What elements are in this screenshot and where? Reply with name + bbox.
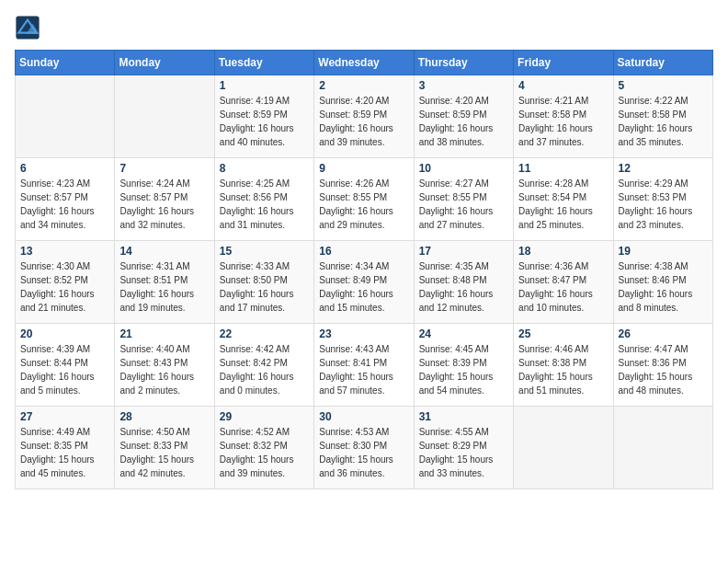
calendar-cell: 2Sunrise: 4:20 AM Sunset: 8:59 PM Daylig… — [314, 75, 414, 158]
day-detail: Sunrise: 4:47 AM Sunset: 8:36 PM Dayligh… — [619, 342, 708, 397]
weekday-header-saturday: Saturday — [613, 51, 712, 75]
calendar-cell: 31Sunrise: 4:55 AM Sunset: 8:29 PM Dayli… — [414, 407, 513, 489]
day-number: 30 — [319, 410, 408, 423]
day-detail: Sunrise: 4:22 AM Sunset: 8:58 PM Dayligh… — [619, 94, 708, 149]
day-detail: Sunrise: 4:30 AM Sunset: 8:52 PM Dayligh… — [20, 259, 109, 315]
calendar-cell: 12Sunrise: 4:29 AM Sunset: 8:53 PM Dayli… — [613, 158, 712, 241]
calendar-cell: 27Sunrise: 4:49 AM Sunset: 8:35 PM Dayli… — [16, 407, 115, 489]
calendar-cell: 21Sunrise: 4:40 AM Sunset: 8:43 PM Dayli… — [115, 324, 214, 407]
calendar-week-4: 20Sunrise: 4:39 AM Sunset: 8:44 PM Dayli… — [16, 324, 713, 407]
calendar-cell: 18Sunrise: 4:36 AM Sunset: 8:47 PM Dayli… — [514, 241, 613, 324]
calendar-cell: 16Sunrise: 4:34 AM Sunset: 8:49 PM Dayli… — [314, 241, 414, 324]
calendar-cell: 17Sunrise: 4:35 AM Sunset: 8:48 PM Dayli… — [414, 241, 513, 324]
calendar-week-3: 13Sunrise: 4:30 AM Sunset: 8:52 PM Dayli… — [16, 241, 713, 324]
calendar-cell: 3Sunrise: 4:20 AM Sunset: 8:59 PM Daylig… — [414, 75, 513, 158]
logo — [15, 15, 44, 40]
day-number: 19 — [619, 245, 708, 258]
day-number: 2 — [319, 79, 408, 92]
day-detail: Sunrise: 4:34 AM Sunset: 8:49 PM Dayligh… — [319, 259, 408, 315]
calendar-cell: 7Sunrise: 4:24 AM Sunset: 8:57 PM Daylig… — [115, 158, 214, 241]
day-detail: Sunrise: 4:24 AM Sunset: 8:57 PM Dayligh… — [119, 177, 209, 232]
day-number: 14 — [119, 245, 209, 258]
day-number: 25 — [518, 327, 608, 340]
calendar-cell: 5Sunrise: 4:22 AM Sunset: 8:58 PM Daylig… — [613, 75, 712, 158]
day-detail: Sunrise: 4:19 AM Sunset: 8:59 PM Dayligh… — [220, 94, 309, 149]
day-number: 6 — [20, 162, 109, 175]
day-detail: Sunrise: 4:21 AM Sunset: 8:58 PM Dayligh… — [518, 94, 608, 149]
day-detail: Sunrise: 4:45 AM Sunset: 8:39 PM Dayligh… — [419, 342, 508, 397]
day-number: 11 — [518, 162, 608, 175]
calendar-body: 1Sunrise: 4:19 AM Sunset: 8:59 PM Daylig… — [16, 75, 713, 489]
day-detail: Sunrise: 4:43 AM Sunset: 8:41 PM Dayligh… — [319, 342, 408, 397]
calendar-cell: 11Sunrise: 4:28 AM Sunset: 8:54 PM Dayli… — [514, 158, 613, 241]
day-number: 23 — [319, 327, 408, 340]
day-detail: Sunrise: 4:38 AM Sunset: 8:46 PM Dayligh… — [619, 259, 708, 315]
calendar-cell: 29Sunrise: 4:52 AM Sunset: 8:32 PM Dayli… — [214, 407, 313, 489]
calendar-cell: 19Sunrise: 4:38 AM Sunset: 8:46 PM Dayli… — [613, 241, 712, 324]
day-detail: Sunrise: 4:26 AM Sunset: 8:55 PM Dayligh… — [319, 177, 408, 232]
calendar-cell: 8Sunrise: 4:25 AM Sunset: 8:56 PM Daylig… — [214, 158, 313, 241]
day-number: 8 — [220, 162, 309, 175]
day-number: 18 — [518, 245, 608, 258]
calendar-cell — [16, 75, 115, 158]
day-number: 21 — [119, 327, 209, 340]
day-detail: Sunrise: 4:23 AM Sunset: 8:57 PM Dayligh… — [20, 177, 109, 232]
calendar-cell: 4Sunrise: 4:21 AM Sunset: 8:58 PM Daylig… — [514, 75, 613, 158]
day-detail: Sunrise: 4:33 AM Sunset: 8:50 PM Dayligh… — [220, 259, 309, 315]
day-number: 31 — [419, 410, 508, 423]
weekday-header-monday: Monday — [115, 51, 214, 75]
day-detail: Sunrise: 4:50 AM Sunset: 8:33 PM Dayligh… — [119, 425, 209, 480]
calendar-cell: 14Sunrise: 4:31 AM Sunset: 8:51 PM Dayli… — [115, 241, 214, 324]
day-detail: Sunrise: 4:55 AM Sunset: 8:29 PM Dayligh… — [419, 425, 508, 480]
weekday-header-sunday: Sunday — [16, 51, 115, 75]
calendar-table: SundayMondayTuesdayWednesdayThursdayFrid… — [15, 50, 713, 489]
day-number: 20 — [20, 327, 109, 340]
day-detail: Sunrise: 4:20 AM Sunset: 8:59 PM Dayligh… — [319, 94, 408, 149]
calendar-cell: 26Sunrise: 4:47 AM Sunset: 8:36 PM Dayli… — [613, 324, 712, 407]
day-number: 12 — [619, 162, 708, 175]
calendar-cell: 28Sunrise: 4:50 AM Sunset: 8:33 PM Dayli… — [115, 407, 214, 489]
weekday-header-wednesday: Wednesday — [314, 51, 414, 75]
calendar-cell: 20Sunrise: 4:39 AM Sunset: 8:44 PM Dayli… — [16, 324, 115, 407]
calendar-week-5: 27Sunrise: 4:49 AM Sunset: 8:35 PM Dayli… — [16, 407, 713, 489]
day-number: 5 — [619, 79, 708, 92]
calendar-week-2: 6Sunrise: 4:23 AM Sunset: 8:57 PM Daylig… — [16, 158, 713, 241]
calendar-cell: 30Sunrise: 4:53 AM Sunset: 8:30 PM Dayli… — [314, 407, 414, 489]
day-number: 1 — [220, 79, 309, 92]
day-number: 16 — [319, 245, 408, 258]
page-header — [15, 15, 713, 40]
calendar-cell: 9Sunrise: 4:26 AM Sunset: 8:55 PM Daylig… — [314, 158, 414, 241]
day-number: 7 — [119, 162, 209, 175]
day-number: 13 — [20, 245, 109, 258]
day-number: 28 — [119, 410, 209, 423]
calendar-cell: 13Sunrise: 4:30 AM Sunset: 8:52 PM Dayli… — [16, 241, 115, 324]
day-detail: Sunrise: 4:27 AM Sunset: 8:55 PM Dayligh… — [419, 177, 508, 232]
weekday-header-friday: Friday — [514, 51, 613, 75]
calendar-cell — [514, 407, 613, 489]
calendar-cell: 25Sunrise: 4:46 AM Sunset: 8:38 PM Dayli… — [514, 324, 613, 407]
day-detail: Sunrise: 4:35 AM Sunset: 8:48 PM Dayligh… — [419, 259, 508, 315]
calendar-cell: 15Sunrise: 4:33 AM Sunset: 8:50 PM Dayli… — [214, 241, 313, 324]
day-detail: Sunrise: 4:39 AM Sunset: 8:44 PM Dayligh… — [20, 342, 109, 397]
day-detail: Sunrise: 4:28 AM Sunset: 8:54 PM Dayligh… — [518, 177, 608, 232]
day-number: 22 — [220, 327, 309, 340]
calendar-cell: 10Sunrise: 4:27 AM Sunset: 8:55 PM Dayli… — [414, 158, 513, 241]
calendar-cell: 24Sunrise: 4:45 AM Sunset: 8:39 PM Dayli… — [414, 324, 513, 407]
day-detail: Sunrise: 4:42 AM Sunset: 8:42 PM Dayligh… — [220, 342, 309, 397]
day-detail: Sunrise: 4:40 AM Sunset: 8:43 PM Dayligh… — [119, 342, 209, 397]
calendar-cell: 22Sunrise: 4:42 AM Sunset: 8:42 PM Dayli… — [214, 324, 313, 407]
calendar-cell: 1Sunrise: 4:19 AM Sunset: 8:59 PM Daylig… — [214, 75, 313, 158]
weekday-header-tuesday: Tuesday — [214, 51, 313, 75]
day-detail: Sunrise: 4:52 AM Sunset: 8:32 PM Dayligh… — [220, 425, 309, 480]
calendar-header: SundayMondayTuesdayWednesdayThursdayFrid… — [16, 51, 713, 75]
day-number: 9 — [319, 162, 408, 175]
day-detail: Sunrise: 4:20 AM Sunset: 8:59 PM Dayligh… — [419, 94, 508, 149]
day-number: 10 — [419, 162, 508, 175]
day-detail: Sunrise: 4:36 AM Sunset: 8:47 PM Dayligh… — [518, 259, 608, 315]
weekday-header-row: SundayMondayTuesdayWednesdayThursdayFrid… — [16, 51, 713, 75]
day-detail: Sunrise: 4:49 AM Sunset: 8:35 PM Dayligh… — [20, 425, 109, 480]
day-number: 3 — [419, 79, 508, 92]
logo-icon — [15, 15, 40, 40]
day-number: 27 — [20, 410, 109, 423]
calendar-week-1: 1Sunrise: 4:19 AM Sunset: 8:59 PM Daylig… — [16, 75, 713, 158]
